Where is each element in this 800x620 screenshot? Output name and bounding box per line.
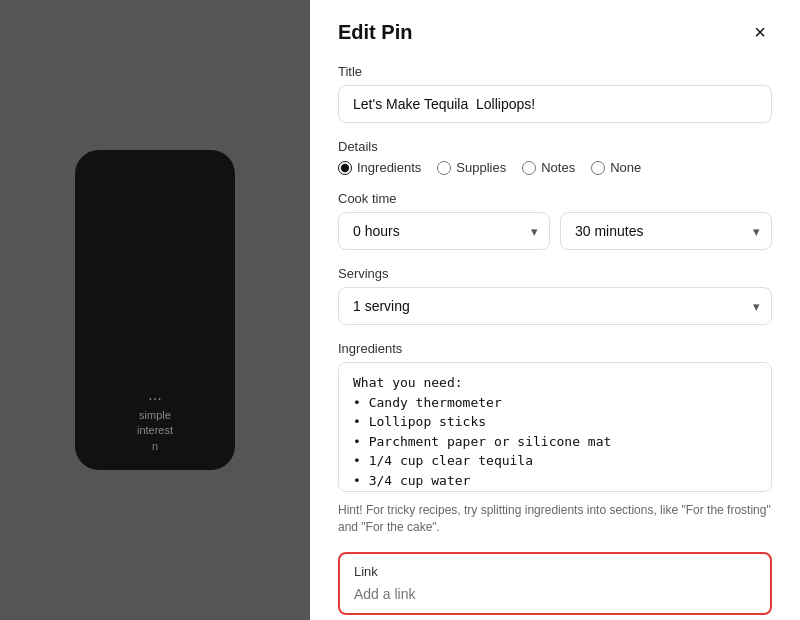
- modal-title: Edit Pin: [338, 21, 412, 44]
- radio-notes[interactable]: Notes: [522, 160, 575, 175]
- radio-none[interactable]: None: [591, 160, 641, 175]
- details-label: Details: [338, 139, 772, 154]
- radio-none-label: None: [610, 160, 641, 175]
- title-input[interactable]: [338, 85, 772, 123]
- title-group: Title: [338, 64, 772, 123]
- servings-group: Servings 1 serving 2 servings 4 servings…: [338, 266, 772, 325]
- ingredients-textarea[interactable]: What you need: • Candy thermometer • Lol…: [338, 362, 772, 492]
- phone-screen-text: simpleinterestn: [137, 408, 173, 454]
- link-group: Link: [338, 552, 772, 615]
- minutes-select-wrapper: 30 minutes 15 minutes 45 minutes 60 minu…: [560, 212, 772, 250]
- background-panel: ... simpleinterestn: [0, 0, 310, 620]
- link-input[interactable]: [354, 586, 756, 602]
- radio-ingredients[interactable]: Ingredients: [338, 160, 421, 175]
- servings-select-wrapper: 1 serving 2 servings 4 servings 6 servin…: [338, 287, 772, 325]
- radio-supplies-label: Supplies: [456, 160, 506, 175]
- title-label: Title: [338, 64, 772, 79]
- ingredients-hint: Hint! For tricky recipes, try splitting …: [338, 502, 772, 536]
- cook-time-row: 0 hours 1 hour 2 hours 3 hours ▾ 30 minu…: [338, 212, 772, 250]
- radio-supplies[interactable]: Supplies: [437, 160, 506, 175]
- details-radio-group: Ingredients Supplies Notes None: [338, 160, 772, 175]
- edit-pin-modal: Edit Pin × Title Details Ingredients Sup…: [310, 0, 800, 620]
- servings-label: Servings: [338, 266, 772, 281]
- close-button[interactable]: ×: [748, 20, 772, 44]
- link-label: Link: [354, 564, 756, 579]
- ingredients-group: Ingredients What you need: • Candy therm…: [338, 341, 772, 536]
- details-group: Details Ingredients Supplies Notes None: [338, 139, 772, 175]
- modal-header: Edit Pin ×: [338, 20, 772, 44]
- phone-mockup: ... simpleinterestn: [75, 150, 235, 470]
- servings-select[interactable]: 1 serving 2 servings 4 servings 6 servin…: [338, 287, 772, 325]
- radio-notes-label: Notes: [541, 160, 575, 175]
- cook-time-group: Cook time 0 hours 1 hour 2 hours 3 hours…: [338, 191, 772, 250]
- ingredients-label: Ingredients: [338, 341, 772, 356]
- minutes-select[interactable]: 30 minutes 15 minutes 45 minutes 60 minu…: [560, 212, 772, 250]
- hours-select-wrapper: 0 hours 1 hour 2 hours 3 hours ▾: [338, 212, 550, 250]
- phone-dots: ...: [148, 386, 161, 404]
- radio-ingredients-label: Ingredients: [357, 160, 421, 175]
- hours-select[interactable]: 0 hours 1 hour 2 hours 3 hours: [338, 212, 550, 250]
- cook-time-label: Cook time: [338, 191, 772, 206]
